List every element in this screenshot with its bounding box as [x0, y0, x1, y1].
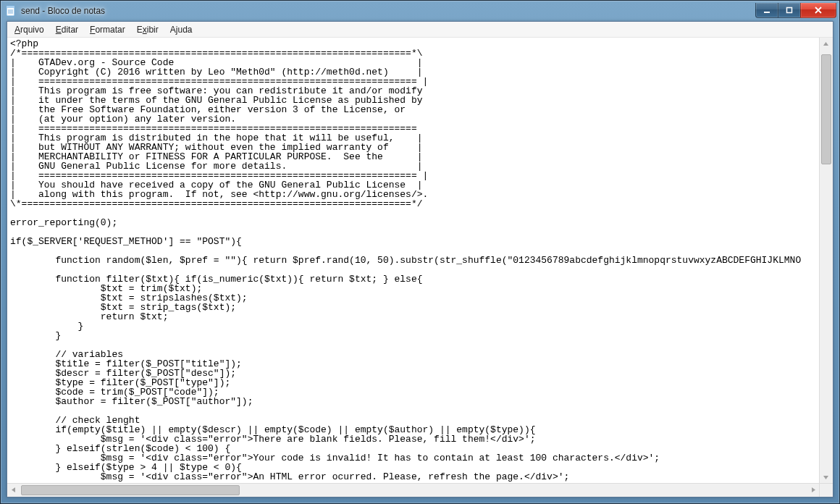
svg-rect-5: [764, 12, 770, 13]
titlebar[interactable]: send - Bloco de notas: [1, 1, 839, 21]
vertical-scroll-thumb[interactable]: [821, 54, 831, 164]
horizontal-scrollbar[interactable]: [7, 483, 820, 497]
editor-text[interactable]: <?php /*================================…: [7, 38, 820, 483]
minimize-button[interactable]: [755, 3, 778, 18]
horizontal-scroll-thumb[interactable]: [21, 485, 240, 495]
scroll-right-button[interactable]: [807, 484, 820, 496]
window-controls: [756, 3, 836, 18]
vertical-scroll-track[interactable]: [820, 50, 833, 471]
menu-formatar[interactable]: Formatar: [84, 23, 131, 36]
notepad-icon: [5, 5, 17, 17]
close-button[interactable]: [800, 3, 836, 18]
menu-exibir[interactable]: Exibir: [131, 23, 164, 36]
vertical-scrollbar[interactable]: [819, 38, 833, 484]
notepad-window: send - Bloco de notas ArquivoEditarForma…: [0, 0, 840, 504]
scroll-up-button[interactable]: [820, 38, 832, 50]
menu-editar[interactable]: Editar: [50, 23, 84, 36]
scroll-down-button[interactable]: [820, 471, 832, 484]
scrollbar-corner: [819, 483, 833, 497]
editor-area: <?php /*================================…: [7, 38, 833, 497]
client-area: ArquivoEditarFormatarExibirAjuda <?php /…: [7, 21, 833, 497]
svg-rect-1: [7, 6, 14, 8]
window-title: send - Bloco de notas: [21, 6, 105, 16]
menubar: ArquivoEditarFormatarExibirAjuda: [7, 22, 833, 38]
horizontal-scroll-track[interactable]: [20, 484, 807, 497]
maximize-button[interactable]: [778, 3, 801, 18]
editor-viewport[interactable]: <?php /*================================…: [7, 38, 820, 484]
menu-ajuda[interactable]: Ajuda: [164, 23, 198, 36]
menu-arquivo[interactable]: Arquivo: [9, 23, 50, 36]
svg-rect-6: [787, 8, 792, 13]
scroll-left-button[interactable]: [7, 484, 20, 496]
